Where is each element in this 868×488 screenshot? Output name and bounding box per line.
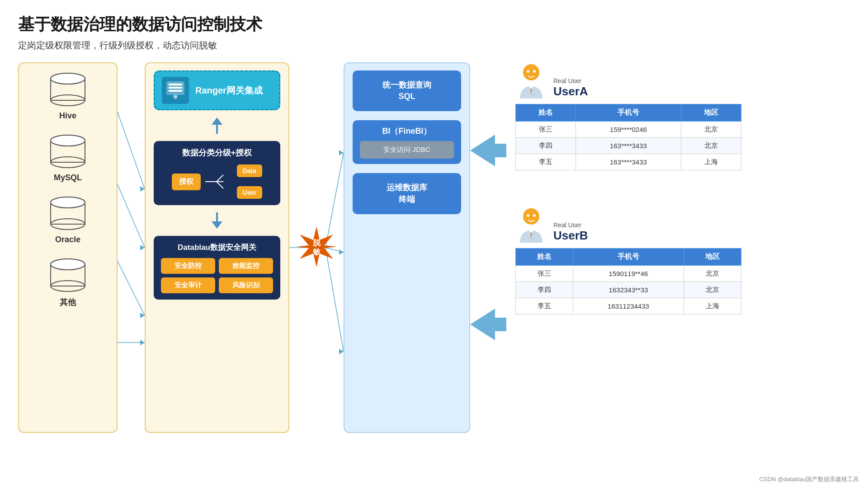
svg-line-31	[217, 175, 223, 182]
up-arrow-1	[212, 117, 222, 134]
datablau-btn-3: 风险识别	[219, 277, 273, 293]
watermark: CSDN @datablau国产数据库建模工具	[759, 475, 859, 483]
svg-rect-26	[169, 87, 182, 89]
page-title: 基于数据治理的数据访问控制技术	[18, 14, 850, 36]
user-a-col-phone: 手机号	[576, 104, 681, 122]
table-cell: 北京	[684, 266, 741, 282]
bi-inner: 安全访问 JDBC	[360, 141, 454, 159]
user-a-info: Real User UserA	[553, 77, 588, 99]
svg-marker-41	[470, 135, 506, 166]
page-subtitle: 定岗定级权限管理，行级列级授权，动态访问脱敏	[18, 39, 850, 52]
oracle-label: Oracle	[55, 235, 80, 244]
ops-label: 运维数据库终端	[387, 183, 427, 203]
bi-title: BI（FineBI）	[360, 126, 454, 136]
user-b-avatar	[515, 206, 547, 243]
table-row: 李四163****3433北京	[516, 138, 741, 154]
desensitize-starburst: 脱敏	[296, 226, 337, 269]
svg-rect-25	[169, 84, 182, 85]
ranger-label: Ranger网关集成	[195, 84, 263, 97]
table-cell: 上海	[681, 154, 741, 170]
classify-data-btn: Data	[237, 164, 262, 177]
table-cell: 163****3433	[576, 154, 681, 170]
svg-marker-42	[470, 309, 506, 340]
user-a-table: 姓名 手机号 地区 张三159****0246北京李四163****3433北京…	[515, 104, 741, 170]
user-a-name: UserA	[553, 84, 588, 99]
mysql-cylinder-icon	[47, 134, 88, 170]
svg-marker-39	[339, 349, 344, 354]
svg-marker-38	[339, 249, 344, 255]
right-panel: 统一数据查询SQL BI（FineBI） 安全访问 JDBC 运维数据库终端	[344, 62, 470, 433]
classify-branches: Data User	[237, 164, 262, 199]
user-b-real-label: Real User	[553, 221, 588, 229]
user-a-avatar	[515, 62, 547, 99]
datablau-btn-1: 效能监控	[219, 258, 273, 274]
user-b-name: UserB	[553, 229, 588, 243]
classify-inner: 授权 Data User	[161, 164, 273, 199]
vert-line-2	[216, 212, 218, 221]
left-mid-connector	[118, 62, 145, 433]
table-cell: 张三	[516, 266, 573, 282]
user-a-col-region: 地区	[681, 104, 741, 122]
svg-point-3	[51, 73, 85, 84]
db-hive: Hive	[47, 72, 88, 121]
datablau-title: Datablau数据安全网关	[161, 242, 273, 253]
ranger-box: Ranger网关集成	[154, 70, 280, 110]
table-cell: 163****3433	[576, 138, 681, 154]
bi-box: BI（FineBI） 安全访问 JDBC	[353, 120, 461, 164]
down-arrow-1	[212, 212, 222, 229]
datablau-btn-0: 安全防控	[161, 258, 215, 274]
other-label: 其他	[60, 297, 76, 308]
table-cell: 1590119**46	[573, 266, 684, 282]
table-cell: 1632343**33	[573, 282, 684, 298]
arrow-head-down-icon	[212, 221, 222, 229]
main-diagram: Hive MySQL	[18, 62, 850, 451]
query-sql-box: 统一数据查询SQL	[353, 70, 461, 111]
svg-point-48	[533, 214, 536, 217]
db-oracle: Oracle	[47, 196, 88, 244]
user-b-header: Real User UserB	[515, 206, 850, 243]
svg-rect-27	[169, 90, 182, 92]
user-b-col-region: 地区	[684, 249, 741, 266]
svg-point-15	[51, 259, 85, 270]
classify-user-btn: User	[237, 186, 262, 199]
table-cell: 张三	[516, 122, 576, 138]
classify-auth-btn: 授权	[172, 174, 201, 190]
table-cell: 北京	[684, 282, 741, 298]
classify-title: 数据分类分级+授权	[161, 147, 273, 158]
vert-line-1	[216, 125, 218, 134]
user-a-real-label: Real User	[553, 77, 588, 84]
datablau-grid: 安全防控 效能监控 安全审计 风险识别	[161, 258, 273, 293]
user-a-col-name: 姓名	[516, 104, 576, 122]
mid-panel: Ranger网关集成 数据分类分级+授权 授权 Dat	[145, 62, 289, 433]
far-right: Real User UserA 姓名 手机号 地区 张三159****0246北…	[506, 62, 850, 433]
user-b-header-row: 姓名 手机号 地区	[516, 249, 741, 266]
svg-point-7	[51, 135, 85, 146]
svg-point-47	[527, 214, 529, 217]
table-cell: 上海	[684, 298, 741, 314]
hive-cylinder-icon	[47, 72, 88, 108]
page-wrapper: 基于数据治理的数据访问控制技术 定岗定级权限管理，行级列级授权，动态访问脱敏 H…	[0, 0, 868, 488]
svg-point-45	[533, 70, 536, 73]
oracle-cylinder-icon	[47, 196, 88, 232]
svg-point-43	[523, 64, 539, 80]
table-row: 张三159****0246北京	[516, 122, 741, 138]
table-cell: 北京	[681, 138, 741, 154]
user-b-col-phone: 手机号	[573, 249, 684, 266]
db-mysql: MySQL	[47, 134, 88, 183]
arrow-head-up-icon	[212, 117, 222, 125]
svg-marker-23	[140, 340, 145, 345]
svg-line-16	[118, 112, 145, 189]
db-other: 其他	[47, 258, 88, 308]
svg-line-17	[118, 184, 145, 248]
table-row: 张三1590119**46北京	[516, 266, 741, 282]
user-b-block: Real User UserB 姓名 手机号 地区 张三1590119**46北…	[515, 206, 850, 314]
svg-point-11	[51, 197, 85, 208]
table-cell: 16311234433	[573, 298, 684, 314]
ops-box: 运维数据库终端	[353, 173, 461, 214]
table-row: 李五16311234433上海	[516, 298, 741, 314]
mysql-label: MySQL	[54, 173, 82, 183]
right-far-connector	[470, 62, 506, 433]
user-b-info: Real User UserB	[553, 221, 588, 243]
desensitize-label: 脱敏	[313, 239, 321, 257]
mid-right-connector: 脱敏	[289, 62, 344, 433]
